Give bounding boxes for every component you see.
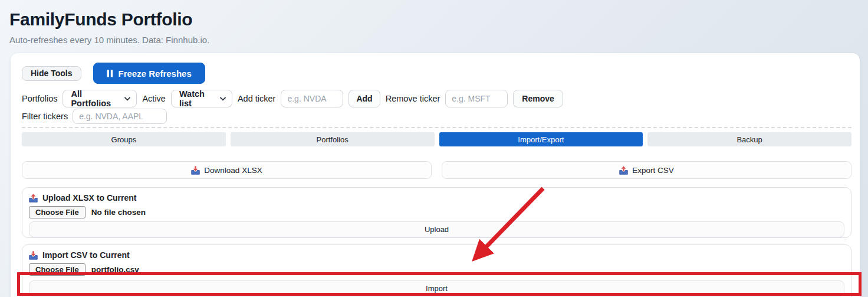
filter-tickers-label: Filter tickers <box>22 112 68 121</box>
upload-xlsx-section: Upload XLSX to Current Choose File No fi… <box>22 187 851 238</box>
tab-import-export[interactable]: Import/Export <box>439 132 643 146</box>
import-submit-wrap: Import <box>29 280 844 296</box>
export-csv-label: Export CSV <box>632 166 674 175</box>
import-choose-file-button[interactable]: Choose File <box>29 263 86 276</box>
toolbar-row-filter: Filter tickers <box>22 109 851 124</box>
import-submit-button[interactable]: Import <box>29 280 844 296</box>
toolbar-row-controls: Portfolios All Portfolios Active Watch l… <box>22 90 851 107</box>
toolbar-row-buttons: Hide Tools Freeze Refreshes <box>22 63 851 84</box>
filter-tickers-input[interactable] <box>73 109 167 124</box>
download-xlsx-label: Download XLSX <box>204 166 262 175</box>
hide-tools-button[interactable]: Hide Tools <box>22 66 81 81</box>
upload-section-title-text: Upload XLSX to Current <box>42 193 136 203</box>
chevron-down-icon <box>124 97 130 101</box>
divider <box>22 127 851 128</box>
tab-backup[interactable]: Backup <box>647 132 851 146</box>
import-file-row: Choose File portfolio.csv <box>29 263 844 276</box>
freeze-refreshes-button[interactable]: Freeze Refreshes <box>93 63 205 84</box>
download-xlsx-button[interactable]: Download XLSX <box>22 161 432 179</box>
add-ticker-label: Add ticker <box>238 94 275 103</box>
upload-file-row: Choose File No file chosen <box>29 206 844 218</box>
add-ticker-button[interactable]: Add <box>348 90 380 107</box>
inbox-tray-icon <box>191 166 200 175</box>
import-section-title-text: Import CSV to Current <box>42 250 130 260</box>
active-label: Active <box>142 94 166 103</box>
tab-groups[interactable]: Groups <box>22 132 226 146</box>
page-header: FamilyFunds Portfolio Auto-refreshes eve… <box>0 0 868 45</box>
upload-submit-button[interactable]: Upload <box>29 221 844 237</box>
import-csv-section: Import CSV to Current Choose File portfo… <box>22 244 851 297</box>
portfolios-label: Portfolios <box>22 94 57 103</box>
freeze-refreshes-label: Freeze Refreshes <box>119 68 192 79</box>
tab-bar: Groups Portfolios Import/Export Backup <box>22 132 851 146</box>
upload-choose-file-button[interactable]: Choose File <box>29 206 86 218</box>
pause-icon <box>107 70 113 77</box>
page-subtitle: Auto-refreshes every 10 minutes. Data: F… <box>9 35 859 45</box>
remove-ticker-input[interactable] <box>445 90 508 107</box>
remove-ticker-label: Remove ticker <box>386 94 440 103</box>
upload-section-title: Upload XLSX to Current <box>29 193 844 203</box>
page-title: FamilyFunds Portfolio <box>9 9 859 30</box>
export-actions-row: Download XLSX Export CSV <box>22 161 851 179</box>
remove-ticker-button[interactable]: Remove <box>513 90 563 107</box>
chevron-down-icon <box>220 97 226 101</box>
active-select-value: Watch list <box>179 89 213 108</box>
outbox-tray-icon <box>619 166 628 175</box>
outbox-tray-icon <box>29 194 38 203</box>
portfolios-select-value: All Portfolios <box>71 89 117 108</box>
active-select[interactable]: Watch list <box>171 90 232 107</box>
tab-portfolios[interactable]: Portfolios <box>231 132 435 146</box>
inbox-tray-icon <box>29 251 38 260</box>
import-section-title: Import CSV to Current <box>29 250 844 260</box>
upload-file-status: No file chosen <box>91 208 146 217</box>
add-ticker-input[interactable] <box>281 90 343 107</box>
export-csv-button[interactable]: Export CSV <box>442 161 851 179</box>
import-file-status: portfolio.csv <box>91 265 139 274</box>
portfolios-select[interactable]: All Portfolios <box>63 90 137 107</box>
tools-panel: Hide Tools Freeze Refreshes Portfolios A… <box>11 53 860 297</box>
